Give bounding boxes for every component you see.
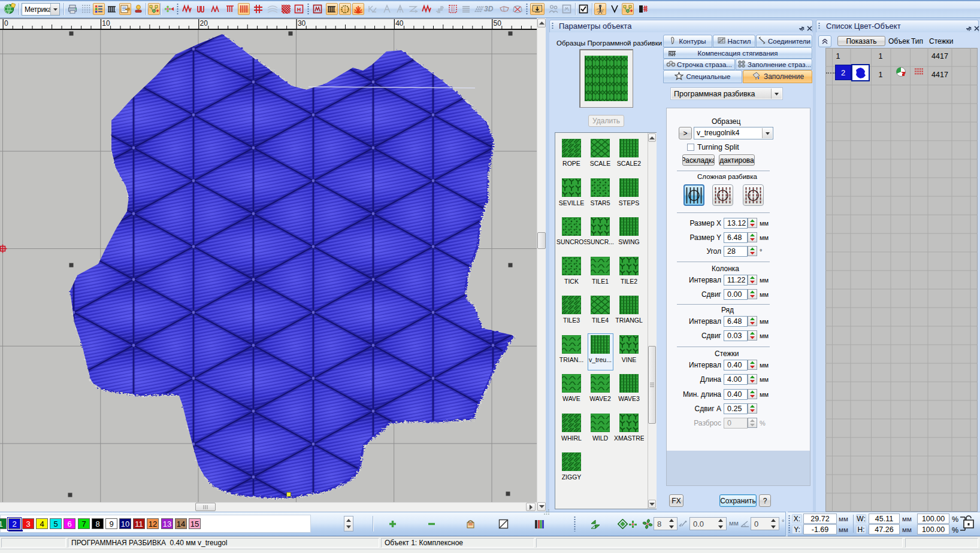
svg-text:20: 20: [200, 19, 208, 28]
svg-text:30: 30: [298, 19, 306, 28]
svg-text:40: 40: [395, 19, 404, 28]
svg-text:50: 50: [494, 19, 502, 28]
svg-text:0: 0: [4, 19, 8, 28]
svg-text:H: H: [297, 7, 301, 13]
svg-text:10: 10: [102, 19, 110, 28]
